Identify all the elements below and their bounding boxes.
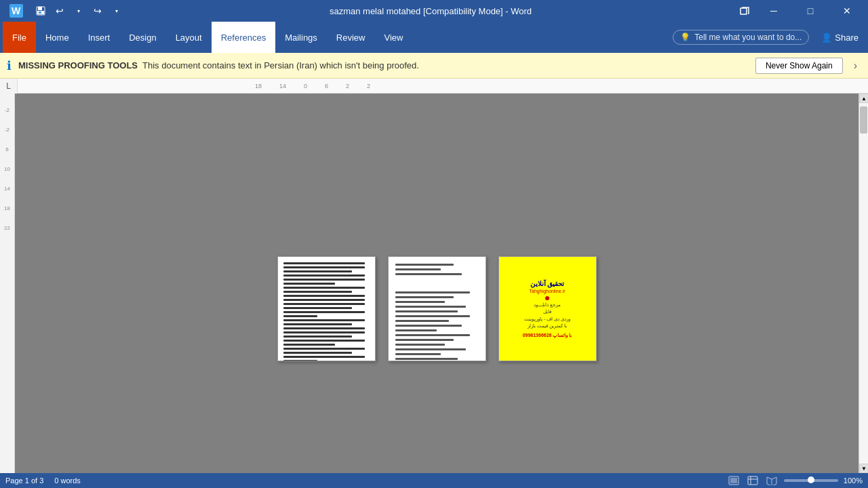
word-count: 0 words xyxy=(54,476,81,485)
page-1 xyxy=(277,256,376,361)
ribbon-right: 💡 Tell me what you want to do... 👤 Share xyxy=(673,22,865,53)
save-button[interactable] xyxy=(33,3,49,19)
page-line xyxy=(283,352,353,354)
read-mode-button[interactable] xyxy=(765,474,778,487)
minimize-button[interactable]: ─ xyxy=(758,0,789,22)
page-line xyxy=(283,291,353,293)
status-bar: Page 1 of 3 0 words 100% xyxy=(0,473,868,488)
title-bar: W ↩ ▾ ↪ ▾ sazman melal motahed [Compatib… xyxy=(0,0,868,22)
word-icon: W xyxy=(5,0,27,22)
page-line xyxy=(283,303,366,305)
tab-home[interactable]: Home xyxy=(36,22,79,53)
close-button[interactable]: ✕ xyxy=(831,0,863,22)
restore-window-icon[interactable] xyxy=(736,3,753,19)
title-bar-controls: ─ □ ✕ xyxy=(736,0,863,22)
customize-qa[interactable]: ▾ xyxy=(108,3,125,19)
zoom-level: 100% xyxy=(844,476,863,485)
page-line xyxy=(283,299,366,301)
page-line xyxy=(283,360,318,361)
redo-button[interactable]: ↪ xyxy=(90,3,106,19)
svg-rect-3 xyxy=(38,7,42,10)
status-right: 100% xyxy=(727,474,863,487)
tab-layout[interactable]: Layout xyxy=(166,22,212,53)
undo-button[interactable]: ↩ xyxy=(52,3,68,19)
ad-body: مرجع دانلـــود فایل وردی دی اف - پاورپوی… xyxy=(524,302,570,330)
page-line xyxy=(283,266,366,268)
lightbulb-icon: 💡 xyxy=(680,33,690,42)
page-line xyxy=(283,356,366,358)
page-line xyxy=(283,340,366,342)
page-line xyxy=(283,344,335,346)
page-line xyxy=(283,315,318,317)
scroll-track[interactable] xyxy=(859,103,868,464)
web-layout-view-button[interactable] xyxy=(746,474,760,487)
page-line xyxy=(283,283,335,285)
page-line xyxy=(283,295,366,297)
tab-review[interactable]: Review xyxy=(327,22,375,53)
print-layout-view-button[interactable] xyxy=(727,474,741,487)
pages-container: تحقیق آنلاین Tahghighonline.ir مرجع دانل… xyxy=(277,256,597,361)
tab-references[interactable]: References xyxy=(212,22,275,53)
tell-me-field[interactable]: 💡 Tell me what you want to do... xyxy=(673,30,809,45)
page-line xyxy=(283,319,366,321)
ad-title: تحقیق آنلاین xyxy=(530,280,565,287)
page-line xyxy=(283,336,353,338)
page-2-content xyxy=(389,257,486,361)
notification-title: MISSING PROOFING TOOLS xyxy=(18,60,138,70)
main-area: -2 -2 6 10 14 18 22 xyxy=(0,94,868,473)
ad-phone: با واتساپ 09981366628 xyxy=(523,333,572,338)
vertical-ruler: -2 -2 6 10 14 18 22 xyxy=(0,94,15,473)
title-bar-left: W ↩ ▾ ↪ ▾ xyxy=(5,0,125,22)
undo-dropdown[interactable]: ▾ xyxy=(71,3,87,19)
notification-close-button[interactable]: › xyxy=(850,60,861,72)
page-line xyxy=(283,323,353,325)
zoom-thumb[interactable] xyxy=(808,476,814,483)
page-line xyxy=(283,348,366,350)
page-line xyxy=(283,279,366,281)
page-line xyxy=(283,311,366,313)
notification-bar: ℹ MISSING PROOFING TOOLS This document c… xyxy=(0,53,868,79)
ruler-marks: 18 14 0 6 2 2 xyxy=(18,79,868,93)
ad-site: Tahghighonline.ir xyxy=(530,289,566,293)
share-button[interactable]: 👤 Share xyxy=(814,30,865,45)
svg-text:W: W xyxy=(12,5,21,16)
quick-access-toolbar: ↩ ▾ ↪ ▾ xyxy=(33,3,125,19)
page-line xyxy=(283,274,366,277)
svg-rect-6 xyxy=(741,8,747,14)
scroll-thumb[interactable] xyxy=(860,106,867,134)
tab-stop-icon[interactable]: L xyxy=(0,79,18,94)
page-line xyxy=(283,331,366,333)
scroll-down-button[interactable]: ▼ xyxy=(859,464,868,473)
vertical-scrollbar[interactable]: ▲ ▼ xyxy=(859,94,868,473)
page-line xyxy=(283,307,353,309)
tab-mailings[interactable]: Mailings xyxy=(275,22,327,53)
page-line xyxy=(283,327,366,329)
page-1-content xyxy=(278,257,375,361)
page-line xyxy=(283,287,366,289)
ruler-v-marks: -2 -2 6 10 14 18 22 xyxy=(4,107,10,231)
page-3-ad: تحقیق آنلاین Tahghighonline.ir مرجع دانل… xyxy=(499,257,596,361)
tab-view[interactable]: View xyxy=(374,22,412,53)
horizontal-ruler: L 18 14 0 6 2 2 xyxy=(0,79,868,94)
notification-message: This document contains text in Persian (… xyxy=(142,60,419,70)
tab-design[interactable]: Design xyxy=(119,22,165,53)
never-show-again-button[interactable]: Never Show Again xyxy=(755,58,843,74)
scroll-up-button[interactable]: ▲ xyxy=(859,94,868,103)
page-line xyxy=(283,270,353,272)
page-count: Page 1 of 3 xyxy=(5,476,43,485)
page-2 xyxy=(388,256,486,361)
zoom-slider[interactable] xyxy=(784,479,838,482)
notification-text: MISSING PROOFING TOOLS This document con… xyxy=(18,60,749,70)
tab-insert[interactable]: Insert xyxy=(79,22,120,53)
info-icon: ℹ xyxy=(7,58,12,73)
document-area[interactable]: تحقیق آنلاین Tahghighonline.ir مرجع دانل… xyxy=(15,94,859,473)
page-line xyxy=(283,262,366,264)
svg-rect-8 xyxy=(730,478,737,483)
restore-button[interactable]: □ xyxy=(795,0,826,22)
tell-me-label: Tell me what you want to do... xyxy=(694,33,802,42)
ruler-horizontal: 18 14 0 6 2 2 xyxy=(18,79,868,93)
window-title: sazman melal motahed [Compatibility Mode… xyxy=(125,6,736,16)
svg-rect-5 xyxy=(39,12,41,14)
tab-file[interactable]: File xyxy=(3,22,36,53)
share-label: Share xyxy=(835,33,859,43)
